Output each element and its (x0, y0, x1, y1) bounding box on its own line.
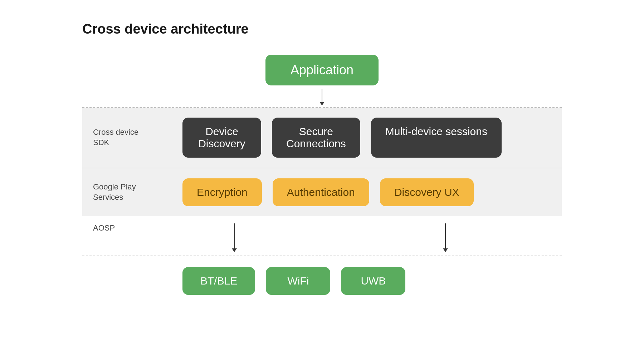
authentication-box: Authentication (273, 178, 369, 206)
encryption-box: Encryption (182, 178, 262, 206)
wifi-box: WiFi (266, 267, 330, 295)
sdk-items: DeviceDiscovery SecureConnections Multi-… (165, 118, 551, 158)
arrow-left (234, 223, 235, 248)
aosp-label: AOSP (93, 223, 165, 233)
arrow-col-right (390, 223, 494, 256)
arrow-app-down (82, 89, 562, 107)
play-services-label: Google PlayServices (93, 182, 165, 202)
page-title: Cross device architecture (82, 21, 562, 37)
bottom-boxes-row: BT/BLE WiFi UWB (82, 267, 562, 295)
arrow-right (445, 223, 446, 248)
secure-connections-box: SecureConnections (272, 118, 360, 158)
diagram-wrapper: Application Cross deviceSDK DeviceDiscov… (82, 55, 562, 295)
page-container: Cross device architecture Application Cr… (54, 0, 590, 316)
bottom-dashed-line (82, 256, 562, 256)
aosp-row: AOSP (82, 216, 562, 256)
uwb-box: UWB (341, 267, 405, 295)
play-services-band: Google PlayServices Encryption Authentic… (82, 168, 562, 216)
bt-ble-box: BT/BLE (182, 267, 255, 295)
discovery-ux-box: Discovery UX (380, 178, 474, 206)
top-dashed-line (82, 107, 562, 108)
sdk-band: Cross deviceSDK DeviceDiscovery SecureCo… (82, 108, 562, 168)
play-services-items: Encryption Authentication Discovery UX (165, 178, 551, 206)
device-discovery-box: DeviceDiscovery (182, 118, 261, 158)
auth-spacer (286, 223, 390, 256)
sdk-label: Cross deviceSDK (93, 127, 165, 148)
application-row: Application (82, 55, 562, 85)
arrow-col-left (182, 223, 286, 256)
application-box: Application (265, 55, 379, 85)
multi-device-sessions-box: Multi-device sessions (371, 118, 502, 158)
arrows-area (165, 223, 551, 256)
